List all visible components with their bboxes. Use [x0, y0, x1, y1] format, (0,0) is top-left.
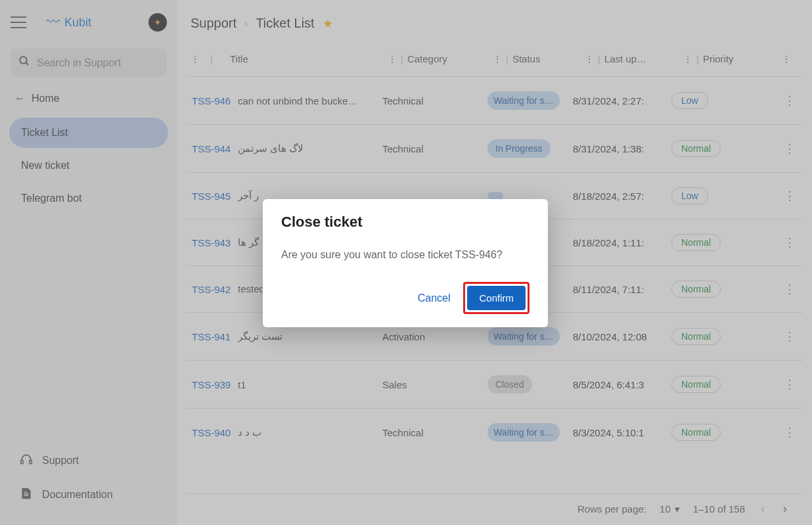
cancel-button[interactable]: Cancel	[413, 287, 456, 309]
dialog-body: Are you sure you want to close ticket TS…	[281, 249, 530, 261]
dialog-title: Close ticket	[281, 214, 530, 231]
confirm-button[interactable]: Confirm	[467, 286, 526, 310]
dialog-actions: Cancel Confirm	[281, 282, 530, 314]
close-ticket-dialog: Close ticket Are you sure you want to cl…	[263, 199, 548, 327]
confirm-highlight: Confirm	[463, 282, 530, 314]
